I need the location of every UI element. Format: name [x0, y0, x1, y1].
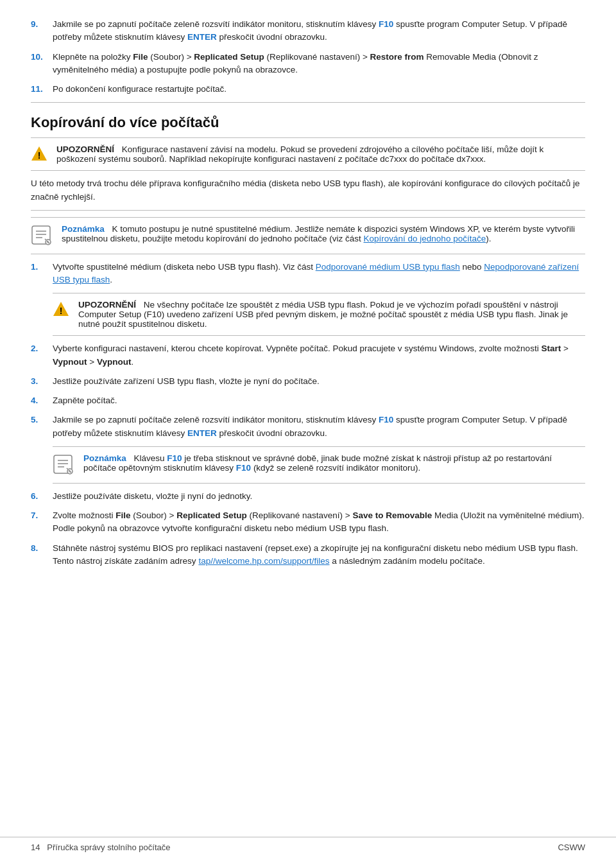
warning-2-text: UPOZORNĚNÍ Ne všechny počítače lze spouš… — [78, 300, 585, 329]
section-heading-copy: Kopírování do více počítačů — [31, 114, 585, 131]
step-9-num: 9. — [31, 18, 53, 44]
footer: 14 Příručka správy stolního počítače CSW… — [0, 837, 616, 852]
step-11-num: 11. — [31, 83, 53, 96]
note-2-text: Poznámka Klávesu F10 je třeba stisknout … — [83, 453, 585, 473]
svg-text:✎: ✎ — [68, 469, 72, 474]
note-box-2: ✎ Poznámka Klávesu F10 je třeba stisknou… — [53, 446, 585, 484]
step-7-row: 7. Zvolte možnosti File (Soubor) > Repli… — [31, 509, 585, 536]
step-5-num: 5. — [31, 414, 53, 440]
step-3-row: 3. Jestliže používáte zařízení USB typu … — [31, 375, 585, 388]
step-4-num: 4. — [31, 394, 53, 407]
step-8-num: 8. — [31, 542, 53, 568]
note-icon-2: ✎ — [53, 454, 76, 476]
note-box-1: ✎ Poznámka K tomuto postupu je nutné spu… — [31, 217, 585, 254]
step-6-num: 6. — [31, 490, 53, 503]
step-7-num: 7. — [31, 509, 53, 536]
step-8-link[interactable]: tap//welcome.hp.com/support/files — [198, 556, 329, 566]
step-8-text: Stáhněte nástroj systému BIOS pro replik… — [53, 542, 585, 568]
step-11-text: Po dokončení konfigurace restartujte poč… — [53, 83, 585, 96]
step-11-row: 11. Po dokončení konfigurace restartujte… — [31, 83, 585, 96]
step-10-num: 10. — [31, 51, 53, 77]
step-5-row: 5. Jakmile se po zapnutí počítače zeleně… — [31, 414, 585, 440]
step-3-text: Jestliže používáte zařízení USB typu fla… — [53, 375, 585, 388]
step-9-text: Jakmile se po zapnutí počítače zeleně ro… — [53, 18, 585, 44]
step-1-row: 1. Vytvořte spustitelné médium (disketa … — [31, 261, 585, 287]
nested-warning-2: ! UPOZORNĚNÍ Ne všechny počítače lze spo… — [53, 293, 585, 336]
step-5-text: Jakmile se po zapnutí počítače zeleně ro… — [53, 414, 585, 440]
step-6-row: 6. Jestliže používáte disketu, vložte ji… — [31, 490, 585, 503]
step-10-text: Klepněte na položky File (Soubor) > Repl… — [53, 51, 585, 77]
footer-left: 14 Příručka správy stolního počítače — [31, 843, 171, 852]
step-4-text: Zapněte počítač. — [53, 394, 585, 407]
step-10-row: 10. Klepněte na položky File (Soubor) > … — [31, 51, 585, 77]
step-9-row: 9. Jakmile se po zapnutí počítače zeleně… — [31, 18, 585, 44]
footer-right: CSWW — [558, 843, 585, 852]
para-copy: U této metody trvá trochu déle příprava … — [31, 177, 585, 204]
note-1-text: Poznámka K tomuto postupu je nutné spust… — [62, 224, 585, 243]
svg-text:!: ! — [60, 306, 63, 316]
warning-box-1: ! UPOZORNĚNÍ Konfigurace nastavení závis… — [31, 137, 585, 171]
svg-text:!: ! — [38, 150, 41, 161]
svg-text:✎: ✎ — [46, 240, 50, 245]
step-6-text: Jestliže používáte disketu, vložte ji ny… — [53, 490, 585, 503]
warning-icon-2: ! — [53, 301, 71, 319]
step-2-text: Vyberte konfiguraci nastavení, kterou ch… — [53, 342, 585, 369]
step-4-row: 4. Zapněte počítač. — [31, 394, 585, 407]
warning-1-text: UPOZORNĚNÍ Konfigurace nastavení závisí … — [56, 144, 585, 164]
warning-icon-1: ! — [31, 145, 49, 164]
step-2-row: 2. Vyberte konfiguraci nastavení, kterou… — [31, 342, 585, 369]
step-1-num: 1. — [31, 261, 53, 287]
page-content: 9. Jakmile se po zapnutí počítače zeleně… — [31, 18, 585, 568]
warning-box-2: ! UPOZORNĚNÍ Ne všechny počítače lze spo… — [53, 293, 585, 336]
step-3-num: 3. — [31, 375, 53, 388]
divider-2 — [31, 210, 585, 211]
divider-1 — [31, 102, 585, 103]
note-1-link[interactable]: Kopírování do jednoho počítače — [364, 234, 486, 243]
step-1-link1[interactable]: Podporované médium USB typu flash — [316, 262, 460, 272]
step-8-row: 8. Stáhněte nástroj systému BIOS pro rep… — [31, 542, 585, 568]
step-7-text: Zvolte možnosti File (Soubor) > Replicat… — [53, 509, 585, 536]
note-icon-1: ✎ — [31, 225, 54, 247]
step-1-text: Vytvořte spustitelné médium (disketa neb… — [53, 261, 585, 287]
step-2-num: 2. — [31, 342, 53, 369]
nested-note-2: ✎ Poznámka Klávesu F10 je třeba stisknou… — [53, 446, 585, 484]
